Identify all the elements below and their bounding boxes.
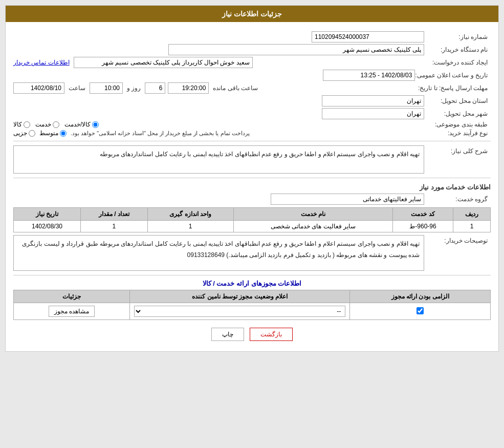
print-button[interactable]: چاپ: [211, 328, 244, 341]
col-unit: واحد اندازه گیری: [147, 208, 233, 221]
pt-note: پرداخت تمام یا بخشی از مبلغ خریدار از مح…: [71, 130, 250, 137]
permits-col-required: الزامی بودن ارائه مجوز: [350, 290, 491, 303]
description-label: شرح کلی نیاز:: [424, 145, 491, 155]
col-code: کد خدمت: [393, 208, 453, 221]
cell-name: سایر فعالیت های خدماتی شخصی: [233, 221, 393, 232]
category-both-label: کالا/خدمت: [64, 121, 91, 128]
province-input[interactable]: [322, 95, 424, 106]
cell-date: 1402/08/30: [14, 221, 81, 232]
permits-col-announce: اعلام وضعیت مجوز توسط نامین کننده: [129, 290, 349, 303]
deadline-days-label: روز و: [127, 84, 141, 92]
cell-row: 1: [453, 221, 490, 232]
station-label: نام دستگاه خریدار:: [424, 46, 491, 53]
purchase-type-label: نوع فرآیند خرید:: [424, 130, 491, 137]
permit-announce: --: [129, 303, 349, 320]
description-box: تهیه اقلام و نصب واجرای سیستم اعلام و اط…: [13, 145, 424, 174]
cell-code: 960-96-ط: [393, 221, 453, 232]
creator-input[interactable]: [74, 57, 253, 68]
permits-section-title: اطلاعات مجوزهای ارائه خدمت / کالا: [13, 280, 491, 287]
pt-partial[interactable]: جزیی: [13, 130, 35, 137]
station-input[interactable]: [168, 44, 424, 55]
permit-details: مشاهده مجوز: [14, 303, 130, 320]
category-goods[interactable]: کالا: [13, 121, 30, 128]
col-date: تاریخ نیاز: [14, 208, 81, 221]
cell-unit: 1: [147, 221, 233, 232]
services-table: ردیف کد خدمت نام خدمت واحد اندازه گیری ت…: [13, 207, 491, 232]
pt-partial-label: جزیی: [13, 130, 27, 137]
deadline-remaining-label: ساعت باقی مانده: [213, 84, 258, 92]
deadline-remaining-input[interactable]: [168, 82, 209, 94]
deadline-time-label: ساعت: [69, 84, 85, 92]
contact-info-link[interactable]: اطلاعات تماس خریدار: [13, 59, 70, 66]
col-quantity: تعداد / مقدار: [81, 208, 148, 221]
table-row: 1 960-96-ط سایر فعالیت های خدماتی شخصی 1…: [14, 221, 491, 232]
need-number-input[interactable]: [312, 31, 424, 42]
deadline-days-input[interactable]: [145, 82, 165, 94]
creator-label: ایجاد کننده درخواست:: [424, 59, 491, 66]
view-permit-button[interactable]: مشاهده مجوز: [49, 306, 95, 317]
deadline-date-input[interactable]: [13, 82, 64, 94]
category-service[interactable]: خدمت: [35, 121, 59, 128]
permits-col-details: جزئیات: [14, 290, 130, 303]
buttons-row: بازگشت چاپ: [13, 328, 491, 341]
category-both[interactable]: کالا/خدمت: [64, 121, 99, 128]
deadline-label: مهلت ارسال پاسخ: تا تاریخ:: [418, 84, 491, 92]
pt-medium[interactable]: متوسط: [39, 130, 67, 137]
permit-required: [350, 303, 491, 320]
service-info-title: اطلاعات خدمات مورد نیاز: [13, 183, 491, 191]
buyer-desc-label: توصیحات خریدار:: [424, 235, 491, 244]
permit-announce-select[interactable]: --: [134, 306, 345, 317]
city-input[interactable]: [322, 108, 424, 119]
col-name: نام خدمت: [233, 208, 393, 221]
service-group-input[interactable]: [271, 194, 424, 205]
page-header: جزئیات اطلاعات نیاز: [6, 6, 498, 22]
cell-quantity: 1: [81, 221, 148, 232]
back-button[interactable]: بازگشت: [250, 328, 293, 341]
province-label: استان محل تحویل:: [424, 97, 491, 104]
col-row: ردیف: [453, 208, 490, 221]
list-item: -- مشاهده مجوز: [14, 303, 491, 320]
category-goods-label: کالا: [13, 121, 22, 128]
announce-date-label: تاریخ و ساعت اعلان عمومی:: [415, 72, 491, 79]
category-label: طبقه بندی موضوعی:: [424, 121, 491, 128]
pt-medium-label: متوسط: [39, 130, 58, 137]
category-service-label: خدمت: [35, 121, 51, 128]
city-label: شهر محل تحویل:: [424, 110, 491, 117]
announce-date-input[interactable]: [323, 70, 415, 81]
need-number-label: شماره نیاز:: [424, 33, 491, 40]
service-group-label: گروه خدمت:: [424, 196, 491, 203]
permits-table: الزامی بودن ارائه مجوز اعلام وضعیت مجوز …: [13, 290, 491, 320]
buyer-desc-box: تهیه اقلام و نصب واجرای سیستم اعلام و اط…: [13, 235, 424, 271]
permit-required-checkbox[interactable]: [417, 307, 424, 314]
deadline-time-input[interactable]: [90, 82, 123, 94]
